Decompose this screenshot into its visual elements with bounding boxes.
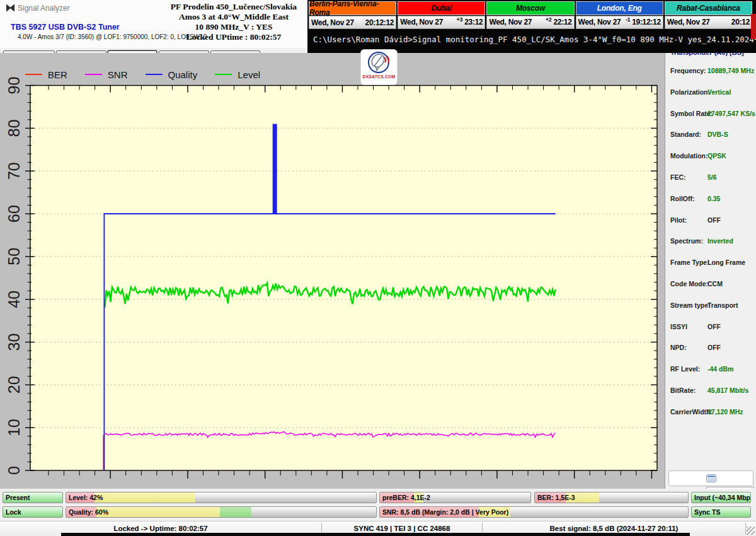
clock-city-label: Rabat-Casablanca bbox=[665, 1, 752, 15]
transponder-row-value: DVB-S bbox=[707, 131, 728, 138]
transponder-row-npd: NPD:OFF bbox=[670, 344, 753, 352]
transponder-heading: Transponder (A0) [BS] bbox=[670, 53, 744, 56]
svg-text:40: 40 bbox=[5, 291, 23, 308]
svg-text:90: 90 bbox=[5, 77, 23, 95]
dxsatcs-logo: DXSATCS.COM bbox=[360, 49, 398, 85]
transponder-row-frametype: Frame Type:Long Frame bbox=[670, 259, 753, 267]
meter-label: Input (~40,34 Mbps) bbox=[694, 492, 751, 503]
clock-city-label: London, Eng bbox=[576, 1, 663, 15]
transponder-row-label: RollOff: bbox=[670, 195, 695, 202]
transponder-row-value: OFF bbox=[707, 344, 721, 351]
transponder-row-label: ISSYI bbox=[670, 323, 687, 330]
clock-time: 22:12 bbox=[553, 18, 571, 26]
transponder-row-value: QPSK bbox=[707, 152, 726, 160]
transponder-row-codemode: Code Mode:CCM bbox=[670, 280, 753, 289]
transponder-row-label: CarrierWidth: bbox=[670, 408, 713, 416]
transponder-row-symbolrate: Symbol Rate:27497,547 KS/s bbox=[670, 110, 753, 119]
transponder-row-label: NPD: bbox=[670, 344, 687, 351]
transponder-row-bitrate: BitRate:45,817 Mbit/s bbox=[670, 387, 753, 395]
signal-monitor-chart: BERSNRQualityLevel 0102030405060708090 bbox=[0, 53, 665, 489]
background-window-strip bbox=[61, 533, 690, 536]
transponder-row-modulation: Modulation:QPSK bbox=[670, 152, 753, 161]
clock-moscow: MoscowWed, Nov 27+222:12 bbox=[486, 1, 574, 29]
svg-text:50: 50 bbox=[5, 248, 23, 265]
world-clocks: Berlin-Paris-Vienna-RomaWed, Nov 2720:12… bbox=[309, 1, 752, 29]
meter-label: Lock bbox=[6, 507, 21, 517]
transponder-row-rolloff: RollOff:0.35 bbox=[670, 195, 753, 204]
transponder-row-label: Frame Type: bbox=[670, 259, 709, 266]
meter-label: Quality: 60% bbox=[69, 507, 108, 517]
meter-present: Present bbox=[3, 492, 63, 503]
terminal-prompt-line: C:\Users\Roman Dávid>Signal monitoring_P… bbox=[313, 35, 756, 44]
transponder-row-frequency: Frequency:10889,749 MHz bbox=[670, 67, 753, 76]
transponder-row-value: Vertical bbox=[707, 88, 731, 96]
meter-label: Level: 42% bbox=[69, 492, 103, 503]
svg-text:80: 80 bbox=[5, 119, 23, 137]
clock-date: Wed, Nov 27 bbox=[667, 18, 730, 26]
site-header-block: PF Prodelin 450_Lučenec/Slovakia Amos 3 … bbox=[161, 2, 307, 42]
transponder-row-polarization: Polarization:Vertical bbox=[670, 88, 753, 97]
meter-quality: Quality: 60% bbox=[66, 506, 377, 518]
clock-date: Wed, Nov 27 bbox=[489, 18, 545, 26]
transponder-row-label: Polarization: bbox=[670, 88, 710, 96]
disk-icon bbox=[706, 474, 716, 482]
clock-time: 19:12:12 bbox=[632, 18, 661, 26]
transponder-row-value: Inverted bbox=[707, 237, 733, 245]
transponder-row-value: CCM bbox=[707, 280, 723, 288]
clock-date: Wed, Nov 27 bbox=[311, 18, 364, 27]
transponder-row-value: 10889,749 MHz bbox=[707, 67, 754, 74]
transponder-row-standard: Standard:DVB-S bbox=[670, 131, 753, 139]
clock-datetime: Wed, Nov 2720:12:12 bbox=[309, 16, 396, 29]
clock-utc-offset: +3 bbox=[457, 16, 463, 23]
clock-datetime: Wed, Nov 2720:12 bbox=[665, 16, 752, 30]
meter-level: Level: 42% bbox=[66, 492, 377, 503]
transponder-row-value: Transport bbox=[707, 301, 738, 309]
legend-swatch bbox=[146, 74, 163, 75]
signal-analyzer-app-icon bbox=[6, 3, 15, 13]
transponder-row-value: -44 dBm bbox=[707, 365, 733, 373]
console-window[interactable]: Berlin-Paris-Vienna-RomaWed, Nov 2720:12… bbox=[307, 0, 756, 53]
transponder-row-label: Code Mode: bbox=[670, 280, 708, 288]
legend-swatch bbox=[85, 74, 102, 75]
transponder-row-value: 5/6 bbox=[707, 173, 717, 181]
legend-item-quality: Quality bbox=[146, 69, 198, 80]
window-title: Signal Analyzer bbox=[18, 4, 70, 13]
resize-grip[interactable] bbox=[747, 527, 755, 535]
site-header-line-2: Amos 3 at 4.0°W_Middle East bbox=[161, 12, 307, 22]
legend-label: Quality bbox=[168, 69, 198, 80]
clock-london-eng: London, EngWed, Nov 27-119:12:12 bbox=[576, 1, 663, 29]
logo-text: DXSATCS.COM bbox=[363, 74, 396, 79]
meter-preber: preBER: 4,1E-2 bbox=[379, 492, 531, 503]
legend-item-ber: BER bbox=[25, 69, 67, 80]
transponder-row-streamtype: Stream type:Transport bbox=[670, 301, 753, 310]
clock-date: Wed, Nov 27 bbox=[400, 18, 456, 26]
clock-time: 23:12 bbox=[464, 18, 483, 26]
clock-utc-offset: +2 bbox=[546, 16, 552, 23]
transponder-row-value: OFF bbox=[707, 323, 721, 330]
window-header-panel: Signal Analyzer TBS 5927 USB DVB-S2 Tune… bbox=[0, 0, 307, 49]
clock-city-label: Moscow bbox=[486, 1, 574, 15]
clock-date: Wed, Nov 27 bbox=[578, 18, 626, 26]
transponder-row-spectrum: Spectrum:Inverted bbox=[670, 237, 753, 246]
svg-text:30: 30 bbox=[5, 334, 23, 351]
transponder-row-pilot: Pilot:OFF bbox=[670, 216, 753, 225]
transponder-row-value: 45,817 Mbit/s bbox=[707, 387, 748, 394]
chart-legend: BERSNRQualityLevel bbox=[25, 68, 278, 81]
signal-analyzer-window: Signal Analyzer TBS 5927 USB DVB-S2 Tune… bbox=[0, 0, 756, 536]
legend-swatch bbox=[25, 74, 42, 75]
clock-datetime: Wed, Nov 27-119:12:12 bbox=[576, 16, 663, 30]
clock-berlin-paris-vienna-roma: Berlin-Paris-Vienna-RomaWed, Nov 2720:12… bbox=[309, 1, 396, 29]
meter-snr: SNR: 8,5 dB (Margin: 2,0 dB | Very Poor) bbox=[379, 506, 689, 518]
clock-time: 20:12:12 bbox=[365, 18, 394, 27]
transponder-row-label: Spectrum: bbox=[670, 237, 703, 245]
transponder-row-label: Modulation: bbox=[670, 152, 707, 160]
transponder-row-label: FEC: bbox=[670, 173, 686, 181]
svg-text:10: 10 bbox=[5, 419, 23, 436]
svg-text:70: 70 bbox=[5, 162, 23, 180]
legend-item-snr: SNR bbox=[85, 69, 128, 80]
meter-sync-ts: Sync TS bbox=[691, 506, 751, 518]
save-button[interactable] bbox=[668, 470, 753, 486]
clock-utc-offset: -1 bbox=[626, 16, 630, 23]
transponder-row-rflevel: RF Level:-44 dBm bbox=[670, 365, 753, 374]
legend-label: BER bbox=[48, 69, 67, 80]
